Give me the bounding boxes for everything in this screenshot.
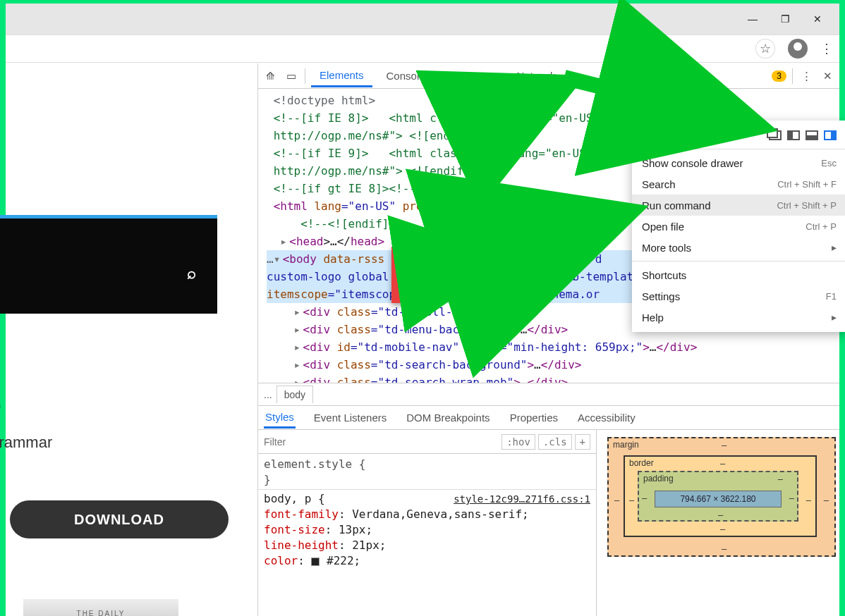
- cls-toggle-button[interactable]: .cls: [538, 434, 572, 450]
- dock-right-icon[interactable]: [824, 130, 837, 140]
- elements-breadcrumb: ... body: [258, 383, 839, 406]
- download-button[interactable]: DOWNLOAD: [10, 500, 229, 538]
- dock-undock-icon[interactable]: [769, 130, 782, 140]
- subtab-styles[interactable]: Styles: [264, 407, 296, 429]
- page-preview: EW ▾ ⌕ er s, grammar DOWNLOAD THE DAILY: [6, 63, 258, 616]
- profile-avatar-icon[interactable]: [788, 39, 808, 58]
- css-rules[interactable]: element.style { } body, p { style-12c99……: [258, 454, 596, 572]
- ctx-settings[interactable]: SettingsF1: [632, 285, 845, 307]
- new-rule-button[interactable]: +: [575, 434, 590, 450]
- devtools-close-icon[interactable]: ✕: [820, 70, 835, 82]
- breadcrumb-body[interactable]: body: [276, 386, 313, 403]
- page-text-fragment: s, grammar: [0, 433, 52, 452]
- ctx-shortcuts[interactable]: Shortcuts: [632, 264, 845, 285]
- box-model[interactable]: margin – – – – border – – – – paddin: [597, 430, 839, 616]
- subtab-dom-breakpoints[interactable]: DOM Breakpoints: [405, 408, 491, 427]
- box-model-dimensions: 794.667 × 3622.180: [655, 491, 782, 507]
- ctx-show-drawer[interactable]: Show console drawerEsc: [632, 152, 845, 173]
- breadcrumb-ellipsis[interactable]: ...: [264, 389, 272, 400]
- error-count-badge[interactable]: 3: [772, 70, 786, 82]
- color-swatch[interactable]: [311, 558, 320, 566]
- ctx-help[interactable]: Help▸: [632, 307, 845, 328]
- devtools-tabstrip: ⟰ ▭ Elements Console Network » 3 ⋮ ✕: [258, 63, 839, 89]
- dock-left-icon[interactable]: [787, 130, 800, 140]
- search-icon[interactable]: ⌕: [187, 264, 196, 283]
- divider: [305, 68, 305, 84]
- styles-tabstrip: Styles Event Listeners DOM Breakpoints P…: [258, 406, 839, 430]
- subtab-properties[interactable]: Properties: [509, 408, 559, 427]
- divider: [632, 261, 845, 261]
- annotation-badge-1: 1: [480, 81, 522, 137]
- window-maximize-button[interactable]: ❐: [769, 4, 801, 35]
- devtools-context-menu: Dock side Show console drawerEsc SearchC…: [632, 121, 845, 332]
- divider: [792, 68, 793, 84]
- subtab-accessibility[interactable]: Accessibility: [576, 408, 637, 427]
- device-toolbar-icon[interactable]: ▭: [284, 70, 299, 82]
- ctx-dock-side: Dock side: [632, 125, 845, 146]
- browser-toolbar: ☆ ⋮: [6, 35, 839, 63]
- styles-filter-input[interactable]: [264, 436, 499, 448]
- devtools-panel: ⟰ ▭ Elements Console Network » 3 ⋮ ✕ <!d…: [258, 63, 839, 616]
- dock-bottom-icon[interactable]: [806, 130, 818, 140]
- window-titlebar: — ❐ ✕: [6, 4, 839, 35]
- tab-console[interactable]: Console: [378, 66, 434, 86]
- subtab-event-listeners[interactable]: Event Listeners: [312, 408, 388, 427]
- divider: [632, 149, 845, 149]
- inspect-element-icon[interactable]: ⟰: [262, 70, 278, 82]
- browser-menu-icon[interactable]: ⋮: [820, 41, 832, 56]
- tab-elements[interactable]: Elements: [311, 65, 372, 87]
- devtools-menu-icon[interactable]: ⋮: [798, 70, 814, 82]
- ctx-more-tools[interactable]: More tools▸: [632, 237, 845, 258]
- ctx-run-command[interactable]: Run commandCtrl + Shift + P: [632, 195, 845, 216]
- hov-toggle-button[interactable]: :hov: [501, 434, 535, 450]
- ctx-open-file[interactable]: Open fileCtrl + P: [632, 216, 845, 237]
- window-close-button[interactable]: ✕: [801, 4, 834, 35]
- page-hero: EW ▾ ⌕: [0, 215, 217, 314]
- page-image-thumb: THE DAILY: [23, 599, 178, 616]
- window-minimize-button[interactable]: —: [736, 4, 769, 35]
- bookmark-star-icon[interactable]: ☆: [755, 39, 775, 58]
- ctx-search[interactable]: SearchCtrl + Shift + F: [632, 173, 845, 195]
- styles-pane: :hov .cls + element.style { } body, p { …: [258, 430, 597, 616]
- page-heading-fragment: er: [0, 395, 1, 426]
- annotation-badge-2: 2: [391, 247, 434, 303]
- css-source-link[interactable]: style-12c99…271f6.css:1: [454, 491, 590, 507]
- tab-overflow-icon[interactable]: »: [570, 66, 592, 86]
